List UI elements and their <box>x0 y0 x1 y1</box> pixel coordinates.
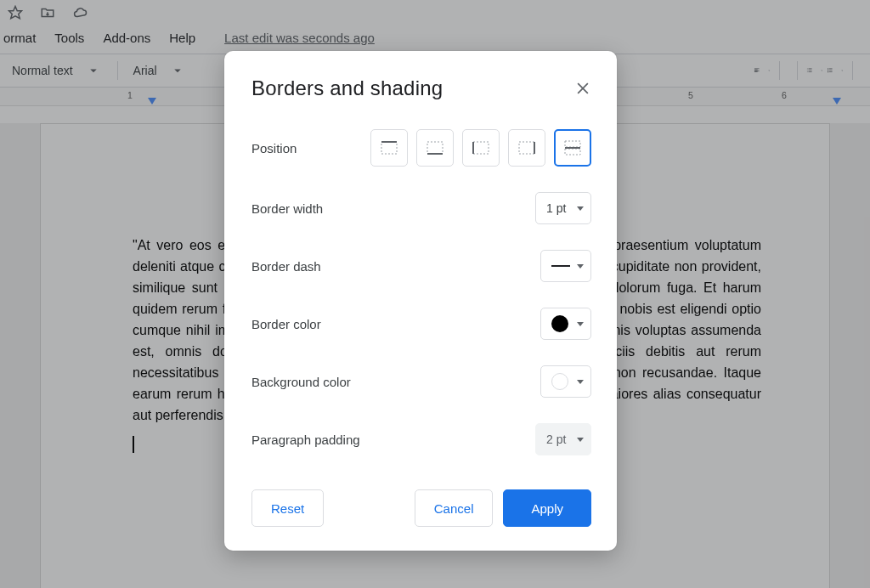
chevron-down-icon <box>577 380 584 384</box>
border-width-value: 1 pt <box>546 201 566 215</box>
svg-rect-14 <box>427 142 443 154</box>
paragraph-padding-value: 2 pt <box>546 433 566 446</box>
svg-rect-16 <box>473 142 489 154</box>
position-between-button[interactable] <box>554 129 591 167</box>
position-bottom-button[interactable] <box>416 129 454 167</box>
border-width-dropdown[interactable]: 1 pt <box>535 192 591 224</box>
chevron-down-icon <box>577 438 584 442</box>
color-chip-black-icon <box>551 315 568 332</box>
chevron-down-icon <box>577 206 584 211</box>
border-color-dropdown[interactable] <box>540 308 591 340</box>
borders-shading-dialog: Borders and shading Position B <box>224 51 617 551</box>
chevron-down-icon <box>577 322 584 326</box>
background-color-dropdown[interactable] <box>540 365 591 398</box>
position-top-button[interactable] <box>370 129 408 167</box>
svg-rect-21 <box>565 149 580 155</box>
paragraph-padding-dropdown[interactable]: 2 pt <box>535 423 591 455</box>
dialog-title: Borders and shading <box>251 76 443 100</box>
border-dash-dropdown[interactable] <box>540 250 591 282</box>
position-left-button[interactable] <box>462 129 500 167</box>
background-color-label: Background color <box>251 375 351 389</box>
apply-button[interactable]: Apply <box>503 489 591 527</box>
position-label: Position <box>251 141 297 155</box>
close-button[interactable] <box>574 80 591 97</box>
border-width-label: Border width <box>251 201 323 216</box>
paragraph-padding-label: Paragraph padding <box>251 433 360 447</box>
dash-solid-icon <box>551 265 570 267</box>
reset-button[interactable]: Reset <box>251 489 324 527</box>
border-dash-label: Border dash <box>251 259 321 274</box>
svg-rect-18 <box>519 142 534 154</box>
svg-rect-12 <box>381 142 397 154</box>
cancel-button[interactable]: Cancel <box>415 489 494 527</box>
chevron-down-icon <box>577 264 584 269</box>
position-button-group <box>370 129 591 167</box>
svg-rect-20 <box>565 141 580 147</box>
border-color-label: Border color <box>251 317 321 331</box>
color-chip-none-icon <box>551 373 568 390</box>
dialog-actions: Reset Cancel Apply <box>251 489 591 527</box>
position-right-button[interactable] <box>508 129 545 167</box>
